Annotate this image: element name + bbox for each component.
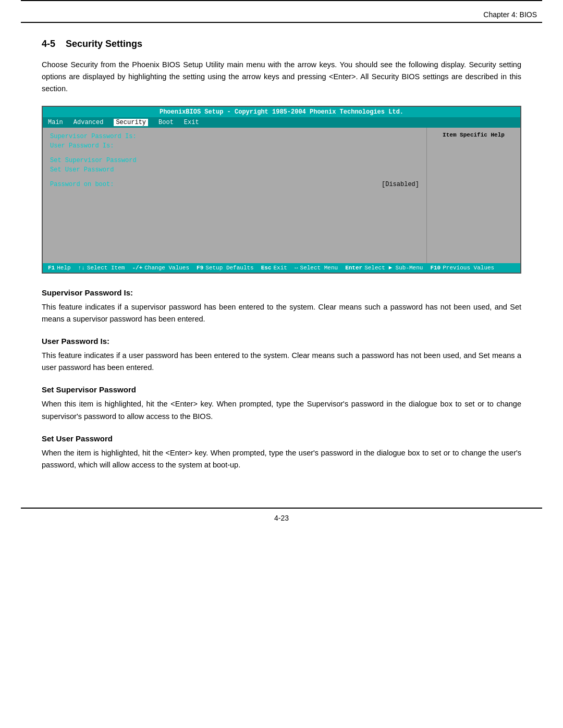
- bios-footer-esc: Esc Exit: [261, 265, 287, 271]
- bios-title-bar: PhoenixBIOS Setup - Copyright 1985-2004 …: [43, 107, 520, 117]
- bios-password-on-boot[interactable]: Password on boot: [Disabled]: [50, 181, 419, 188]
- bios-spacer-1: [50, 152, 419, 157]
- subsection-heading-set-user-password: Set User Password: [42, 434, 521, 443]
- bios-key-f10: F10: [430, 265, 440, 271]
- bios-desc-select-menu: Select Menu: [300, 265, 338, 271]
- chapter-header: Chapter 4: BIOS: [0, 5, 563, 22]
- bios-password-on-boot-label: Password on boot:: [50, 181, 114, 188]
- bios-desc-f9: Setup Defaults: [205, 265, 253, 271]
- section-number: 4-5: [42, 39, 55, 49]
- subsection-heading-set-supervisor-password: Set Supervisor Password: [42, 385, 521, 394]
- bios-menu-advanced[interactable]: Advanced: [74, 119, 104, 126]
- bios-footer-change-values: -/+ Change Values: [132, 265, 189, 271]
- bios-key-leftright: ↔: [295, 265, 298, 271]
- bios-set-user-password[interactable]: Set User Password: [50, 166, 419, 174]
- subsection-body-set-supervisor-password: When this item is highlighted, hit the <…: [42, 398, 521, 422]
- bios-key-arrows: ↑↓: [78, 265, 85, 271]
- bios-supervisor-password-is[interactable]: Supervisor Password Is:: [50, 133, 419, 140]
- bios-spacer-2: [50, 176, 419, 181]
- bios-menu-main[interactable]: Main: [48, 119, 63, 126]
- bios-footer-select-item: ↑↓ Select Item: [78, 265, 125, 271]
- bios-desc-select-item: Select Item: [87, 265, 125, 271]
- bios-body: Supervisor Password Is: User Password Is…: [43, 128, 520, 263]
- subsection-body-set-user-password: When the item is highlighted, hit the <E…: [42, 447, 521, 471]
- subsection-body-user-password-is: This feature indicates if a user passwor…: [42, 350, 521, 374]
- bios-footer-f1: F1 Help: [48, 265, 71, 271]
- bios-menu-boot[interactable]: Boot: [158, 119, 174, 126]
- page-number: 4-23: [0, 509, 563, 527]
- subsection-set-supervisor-password: Set Supervisor Password When this item i…: [42, 385, 521, 422]
- bios-user-password-is[interactable]: User Password Is:: [50, 142, 419, 150]
- subsection-body-supervisor-password-is: This feature indicates if a supervisor p…: [42, 301, 521, 325]
- bios-key-plusminus: -/+: [132, 265, 142, 271]
- bios-key-f9: F9: [197, 265, 203, 271]
- bios-footer-enter: Enter Select ► Sub-Menu: [345, 265, 423, 271]
- bios-key-f1: F1: [48, 265, 55, 271]
- bios-help-panel: Item Specific Help: [426, 128, 520, 263]
- bios-key-esc: Esc: [261, 265, 272, 271]
- intro-paragraph: Choose Security from the Phoenix BIOS Se…: [42, 59, 521, 95]
- section-title-text: Security Settings: [66, 39, 142, 49]
- bios-screenshot: PhoenixBIOS Setup - Copyright 1985-2004 …: [42, 106, 521, 274]
- bios-footer-f10: F10 Previous Values: [430, 265, 494, 271]
- bios-desc-enter: Select ► Sub-Menu: [364, 265, 423, 271]
- bios-desc-f1: Help: [57, 265, 70, 271]
- bios-menu-bar: Main Advanced Security Boot Exit: [43, 117, 520, 128]
- bios-password-on-boot-value: [Disabled]: [382, 181, 419, 188]
- subsection-heading-supervisor-password-is: Supervisor Password Is:: [42, 288, 521, 297]
- bios-footer-f9: F9 Setup Defaults: [197, 265, 254, 271]
- main-content: 4-5Security Settings Choose Security fro…: [0, 23, 563, 492]
- section-title: 4-5Security Settings: [42, 39, 521, 50]
- bios-key-enter: Enter: [345, 265, 362, 271]
- bios-desc-esc: Exit: [274, 265, 287, 271]
- subsection-set-user-password: Set User Password When the item is highl…: [42, 434, 521, 471]
- top-rule: [21, 0, 542, 5]
- subsection-heading-user-password-is: User Password Is:: [42, 337, 521, 346]
- bios-menu-exit[interactable]: Exit: [184, 119, 199, 126]
- bios-help-title: Item Specific Help: [432, 132, 515, 138]
- bios-main-panel: Supervisor Password Is: User Password Is…: [43, 128, 426, 263]
- bios-footer-select-menu: ↔ Select Menu: [295, 265, 338, 271]
- bios-desc-change-values: Change Values: [144, 265, 189, 271]
- bios-menu-security[interactable]: Security: [114, 119, 148, 126]
- bios-set-supervisor-password[interactable]: Set Supervisor Password: [50, 157, 419, 164]
- bios-footer: F1 Help ↑↓ Select Item -/+ Change Values…: [43, 263, 520, 273]
- subsection-user-password-is: User Password Is: This feature indicates…: [42, 337, 521, 374]
- subsection-supervisor-password-is: Supervisor Password Is: This feature ind…: [42, 288, 521, 325]
- bios-desc-f10: Previous Values: [443, 265, 494, 271]
